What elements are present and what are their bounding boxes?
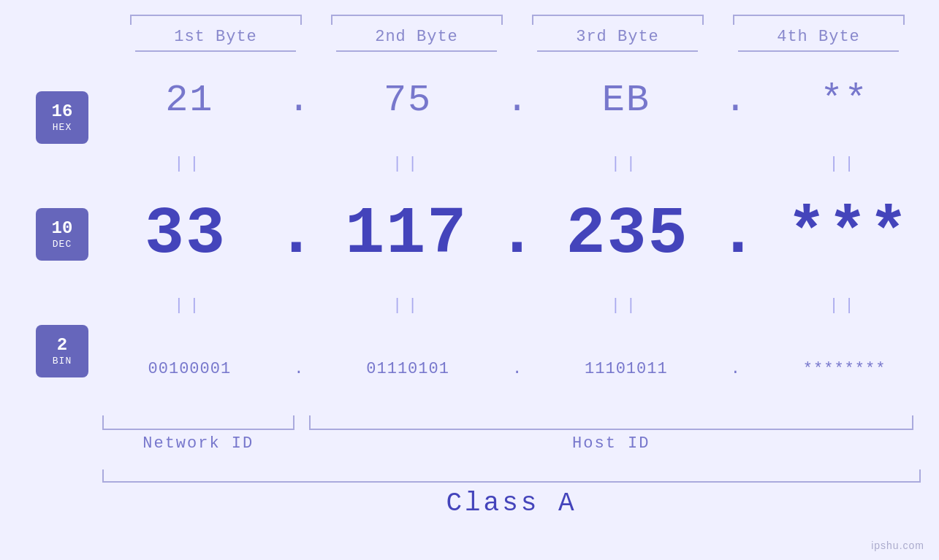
byte-header-1: 1st Byte	[115, 28, 316, 52]
equals-sign2-3: ||	[611, 296, 642, 315]
badges-column: 16 HEX 10 DEC 2 BIN	[0, 59, 95, 410]
eq-cell-3: ||	[532, 155, 721, 173]
eq2-cell-4: ||	[750, 296, 939, 315]
hex-dot-2: .	[503, 79, 532, 122]
hex-badge-num: 16	[52, 102, 73, 121]
hex-value-4: **	[820, 79, 868, 122]
equals-sign-1: ||	[174, 155, 205, 173]
network-bracket	[102, 415, 294, 430]
bin-dot-3: .	[721, 360, 750, 378]
class-bracket	[102, 469, 921, 483]
rows-container: 21 . 75 . EB . **	[95, 59, 939, 410]
bin-cell-4: ********	[750, 360, 939, 378]
class-label: Class A	[102, 488, 921, 518]
equals-sign2-4: ||	[829, 296, 859, 315]
equals-sign-3: ||	[611, 155, 642, 173]
byte-header-4: 4th Byte	[718, 28, 919, 52]
dec-row: 33 . 117 . 235 . ***	[95, 198, 939, 271]
bin-dot-2: .	[503, 360, 532, 378]
bin-value-1: 00100001	[148, 360, 232, 378]
bin-value-3: 11101011	[585, 360, 668, 378]
equals-sign-2: ||	[392, 155, 423, 173]
bin-value-4: ********	[803, 360, 886, 378]
dec-value-1: 33	[145, 197, 227, 272]
hex-cell-4: **	[750, 79, 939, 122]
dec-cell-4: ***	[758, 197, 939, 272]
equals-sign-4: ||	[829, 155, 859, 173]
eq2-cell-2: ||	[313, 296, 503, 315]
bin-cell-2: 01110101	[313, 360, 503, 378]
hex-cell-2: 75	[313, 79, 503, 122]
dec-dot-1: .	[276, 197, 316, 272]
bin-cell-1: 00100001	[95, 360, 284, 378]
eq-cell-4: ||	[750, 155, 939, 173]
network-id-label: Network ID	[95, 434, 302, 453]
byte-header-2: 2nd Byte	[316, 28, 517, 52]
watermark: ipshu.com	[871, 540, 924, 551]
dec-dot-2: .	[497, 197, 536, 272]
hex-badge: 16 HEX	[36, 91, 88, 144]
header-row: 1st Byte 2nd Byte 3rd Byte 4th Byte	[115, 28, 919, 52]
bin-dot-1: .	[284, 360, 313, 378]
dec-value-4: ***	[787, 197, 910, 272]
equals-sign2-1: ||	[174, 296, 205, 315]
hex-value-2: 75	[384, 79, 432, 122]
equals-row-1: || || || ||	[95, 153, 939, 174]
dec-value-2: 117	[345, 197, 468, 272]
main-container: 1st Byte 2nd Byte 3rd Byte 4th Byte 16 H…	[0, 0, 939, 560]
byte-header-3: 3rd Byte	[517, 28, 718, 52]
hex-cell-3: EB	[532, 79, 721, 122]
top-brackets-row	[115, 15, 919, 28]
hex-badge-label: HEX	[53, 122, 72, 133]
top-bracket-2	[331, 15, 503, 25]
eq2-cell-1: ||	[95, 296, 284, 315]
hex-value-3: EB	[602, 79, 650, 122]
dec-badge-label: DEC	[53, 239, 72, 250]
bin-badge-num: 2	[57, 336, 67, 355]
top-bracket-3	[532, 15, 704, 25]
hex-dot-3: .	[721, 79, 750, 122]
top-bracket-4	[733, 15, 905, 25]
dec-cell-2: 117	[316, 197, 497, 272]
dec-value-3: 235	[566, 197, 689, 272]
bin-value-2: 01110101	[366, 360, 449, 378]
equals-row-2: || || || ||	[95, 294, 939, 316]
eq2-cell-3: ||	[532, 296, 721, 315]
hex-row: 21 . 75 . EB . **	[95, 71, 939, 129]
dec-badge-num: 10	[52, 219, 73, 238]
dec-badge: 10 DEC	[36, 208, 88, 261]
top-bracket-1	[130, 15, 302, 25]
dec-cell-1: 33	[95, 197, 276, 272]
bin-badge-label: BIN	[53, 356, 72, 367]
host-id-label: Host ID	[302, 434, 921, 453]
equals-sign2-2: ||	[392, 296, 423, 315]
hex-value-1: 21	[165, 79, 213, 122]
hex-cell-1: 21	[95, 79, 284, 122]
bin-row: 00100001 . 01110101 . 11101011 .	[95, 340, 939, 398]
eq-cell-1: ||	[95, 155, 284, 173]
hex-dot-1: .	[284, 79, 313, 122]
host-bracket	[309, 415, 914, 430]
eq-cell-2: ||	[313, 155, 503, 173]
dec-cell-3: 235	[537, 197, 718, 272]
bin-cell-3: 11101011	[532, 360, 721, 378]
bin-badge: 2 BIN	[36, 325, 88, 377]
dec-dot-3: .	[718, 197, 758, 272]
